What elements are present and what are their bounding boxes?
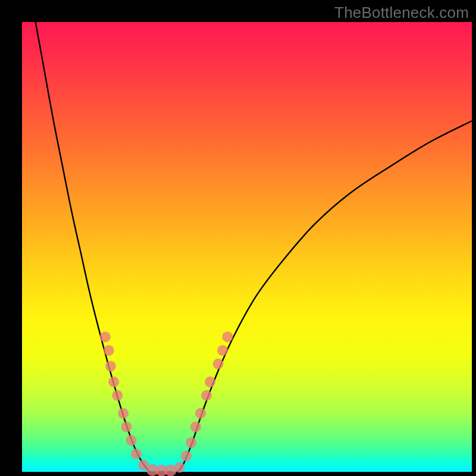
scatter-dot bbox=[105, 361, 116, 371]
scatter-dot bbox=[126, 435, 137, 446]
scatter-dot bbox=[121, 421, 131, 432]
scatter-dot bbox=[190, 421, 201, 432]
scatter-dot bbox=[118, 408, 129, 419]
scatter-dot bbox=[131, 449, 142, 459]
scatter-dot bbox=[201, 390, 212, 401]
plot-area bbox=[22, 22, 472, 472]
scatter-dot bbox=[174, 462, 185, 472]
scatter-dot bbox=[104, 345, 114, 356]
v-curve bbox=[36, 22, 472, 472]
curve-svg bbox=[22, 22, 472, 472]
scatter-dot bbox=[223, 331, 233, 342]
scatter-dot bbox=[195, 408, 206, 419]
scatter-dot bbox=[186, 437, 196, 448]
scatter-dot bbox=[217, 345, 228, 356]
scatter-dot bbox=[112, 390, 123, 401]
scatter-dot bbox=[181, 451, 192, 462]
scatter-dot bbox=[108, 377, 119, 387]
scatter-dot bbox=[100, 331, 111, 342]
scatter-dot bbox=[205, 377, 215, 387]
chart-frame: TheBottleneck.com bbox=[0, 0, 476, 476]
watermark-text: TheBottleneck.com bbox=[334, 4, 469, 22]
scatter-dot bbox=[213, 359, 224, 369]
